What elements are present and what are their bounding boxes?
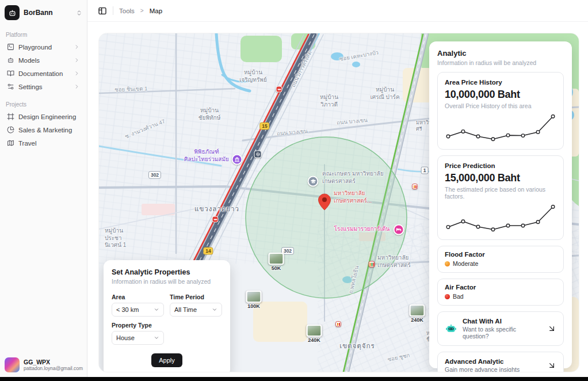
arrow-down-right-icon — [547, 361, 556, 370]
card-title: Area Price History — [445, 79, 556, 86]
map-label-museum: พิพิธภัณฑ์ ศิลปะไทยร่วมสมัย — [184, 148, 229, 163]
area-select[interactable]: < 30 km — [112, 303, 164, 317]
sidebar-item-documentation[interactable]: Documentation — [3, 67, 83, 80]
advanced-analytic-card[interactable]: Advanced Analytic Gain more advance insi… — [437, 352, 564, 372]
pie-chart-icon — [7, 126, 14, 134]
advanced-title: Advanced Analytic — [445, 358, 542, 365]
map-label-khwaeng-latyao: แขวงลาดยาว — [194, 205, 239, 213]
chat-with-ai-card[interactable]: Chat With AI Want to ask specific questi… — [437, 311, 564, 346]
flood-status-dot — [445, 261, 450, 266]
store-marker-icon — [335, 321, 341, 327]
map-label-village-chaipitak: หมู่บ้าน ชัยพิทักษ์ — [198, 107, 220, 121]
chevron-down-icon — [212, 307, 217, 313]
store-marker-icon — [412, 184, 418, 189]
property-type-select[interactable]: House — [112, 331, 164, 345]
sidebar-toggle-icon[interactable] — [98, 6, 107, 16]
content: ซอย ชินเขต 1 หมู่บ้าน เจริญทรัพย์ หมู่บ้… — [87, 22, 588, 377]
price-marker-label: 240K — [411, 317, 423, 323]
time-period-value: All Time — [174, 306, 197, 313]
area-value: < 30 km — [116, 306, 139, 313]
property-type-value: House — [116, 334, 135, 341]
sidebar: BorBann Platform Playground Models Docum… — [0, 0, 87, 377]
chat-title: Chat With AI — [463, 318, 542, 325]
frame-icon — [7, 113, 14, 120]
price-marker-240k-2[interactable]: 240K — [410, 304, 425, 323]
card-value: 10,000,000 Baht — [445, 89, 556, 101]
sidebar-item-sales-marketing[interactable]: Sales & Marketing — [3, 123, 83, 136]
divider — [113, 6, 113, 15]
advanced-desc: Gain more advance insights — [445, 366, 542, 372]
apply-button[interactable]: Apply — [151, 353, 182, 367]
sidebar-item-travel[interactable]: Travel — [3, 136, 83, 150]
time-period-select[interactable]: All Time — [170, 303, 222, 317]
bot-icon — [7, 56, 14, 64]
sidebar-item-label: Documentation — [18, 70, 63, 77]
card-title: Air Factor — [445, 284, 556, 291]
settings-sliders-icon — [7, 83, 14, 90]
university-icon[interactable] — [308, 176, 319, 187]
route-shield-14: 14 — [203, 247, 213, 255]
breadcrumb-separator: > — [140, 7, 144, 14]
user-email: pattadon.loyna@gmail.com — [24, 365, 83, 371]
sidebar-item-settings[interactable]: Settings — [3, 80, 83, 93]
square-terminal-icon — [7, 43, 14, 51]
card-value: 15,000,000 Baht — [445, 172, 556, 184]
traffic-alert-icon — [212, 216, 219, 223]
bottom-edge-bar — [0, 377, 588, 381]
map-label-village-pracha: หมู่บ้าน ประชา นิเวศน์ 1 — [105, 227, 126, 249]
brand-logo — [5, 5, 20, 20]
map-label-soi-chinkhet: ซอย ชินเขต 1 — [114, 85, 148, 93]
sidebar-item-label: Settings — [18, 83, 43, 90]
area-price-history-card: Area Price History 10,000,000 Baht Overa… — [437, 72, 564, 150]
price-marker-100k[interactable]: 100K — [246, 291, 262, 309]
properties-subtitle: Information in radius will be analyzed — [112, 278, 222, 285]
breadcrumb-map: Map — [150, 7, 162, 14]
chevron-down-icon — [154, 307, 159, 313]
hotel-icon[interactable] — [394, 224, 404, 235]
listing-photo — [246, 291, 262, 303]
workspace-switcher[interactable]: BorBann — [0, 0, 87, 24]
location-pin[interactable] — [318, 193, 331, 213]
sidebar-item-label: Models — [18, 57, 40, 64]
sidebar-item-models[interactable]: Models — [3, 54, 83, 67]
breadcrumb-tools[interactable]: Tools — [119, 7, 135, 14]
price-prediction-card: Price Prediction 15,000,000 Baht The est… — [437, 155, 564, 240]
section-label-platform: Platform — [0, 32, 87, 38]
price-marker-label: 100K — [247, 303, 260, 309]
listing-photo — [410, 304, 425, 317]
bus-station-icon[interactable] — [254, 151, 262, 158]
properties-title: Set Analytic Properties — [112, 268, 222, 276]
museum-icon[interactable] — [232, 154, 243, 165]
analytic-subtitle: Information in radius will be analyzed — [437, 59, 564, 66]
arrow-down-right-icon — [547, 324, 556, 333]
property-type-label: Property Type — [112, 322, 164, 329]
route-shield-302: 302 — [148, 172, 161, 179]
user-menu[interactable]: GG_WPX pattadon.loyna@gmail.com — [0, 353, 87, 377]
price-prediction-sparkline — [445, 203, 556, 233]
area-label: Area — [112, 294, 164, 300]
store-marker-icon — [369, 261, 375, 268]
avatar — [5, 357, 20, 372]
price-marker-50k[interactable]: 50K — [269, 253, 284, 271]
brand-name: BorBann — [24, 9, 72, 17]
user-name: GG_WPX — [24, 359, 83, 366]
map-label-pin-place: มหาวิทยาลัย เกษตรศาสตร์... — [334, 190, 372, 204]
map[interactable]: ซอย ชินเขต 1 หมู่บ้าน เจริญทรัพย์ หมู่บ้… — [99, 33, 579, 372]
main-area: Tools > Map — [87, 0, 588, 377]
chevron-right-icon — [74, 44, 80, 50]
chevrons-up-down-icon — [76, 10, 82, 16]
chat-desc: Want to ask specific question? — [463, 326, 542, 340]
listing-photo — [269, 253, 284, 265]
app-window: BorBann Platform Playground Models Docum… — [0, 0, 588, 381]
map-label-hotel: โรงแรมมารวยการ์เด้น — [334, 226, 390, 233]
book-open-icon — [7, 70, 14, 77]
air-status: Bad — [453, 293, 464, 300]
map-label-village-wiphawadi: หมู่บ้าน วิภาวดี — [320, 94, 338, 108]
sidebar-item-design-engineering[interactable]: Design Engineering — [3, 110, 83, 123]
price-marker-240k[interactable]: 240K — [307, 325, 322, 343]
flood-status: Moderate — [453, 260, 478, 267]
price-history-sparkline — [445, 113, 556, 143]
sidebar-item-playground[interactable]: Playground — [3, 40, 83, 54]
air-status-dot — [445, 294, 450, 299]
price-marker-label: 240K — [308, 337, 320, 343]
